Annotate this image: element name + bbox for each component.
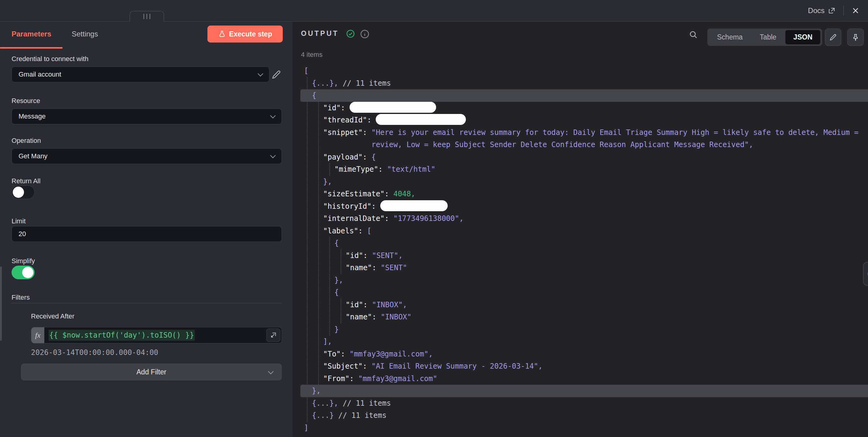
json-row[interactable]: "internalDate": "1773496138000", xyxy=(304,212,868,225)
grip-icon xyxy=(143,14,144,19)
json-token: ], xyxy=(323,337,332,346)
docs-link[interactable]: Docs xyxy=(808,6,836,15)
limit-label: Limit xyxy=(11,217,26,225)
json-row[interactable]: ], xyxy=(304,336,868,348)
json-row[interactable]: [ xyxy=(304,65,868,77)
json-token: { xyxy=(334,288,339,297)
json-token: "mmfay3@gmail.com", xyxy=(349,350,433,358)
json-token: "sizeEstimate": xyxy=(323,190,393,198)
active-tab-underline xyxy=(0,47,63,49)
json-token: "threadId": xyxy=(323,116,376,124)
edit-credential-icon[interactable] xyxy=(271,69,282,80)
json-row[interactable]: }, xyxy=(304,385,868,397)
json-token: "name": xyxy=(346,313,381,321)
json-row[interactable]: "sizeEstimate": 4048, xyxy=(304,188,868,200)
json-row[interactable]: "historyId": xyxy=(304,200,868,213)
close-button[interactable] xyxy=(851,7,860,14)
json-token: {...} xyxy=(312,411,334,420)
json-row[interactable]: "payload": { xyxy=(304,151,868,164)
json-token: {...}, xyxy=(312,399,338,408)
json-row[interactable]: { xyxy=(304,286,868,299)
json-row[interactable]: "labels": [ xyxy=(304,225,868,237)
json-token: 4048 xyxy=(393,190,411,198)
output-panel: OUTPUT SchemaTableJSON 4 items [{...}, /… xyxy=(293,22,868,437)
view-tab-schema[interactable]: Schema xyxy=(709,30,750,45)
scrollbar-thumb[interactable] xyxy=(0,266,2,341)
filters-label: Filters xyxy=(11,294,30,301)
json-token: // 11 items xyxy=(334,411,386,420)
json-row[interactable]: {...}, // 11 items xyxy=(304,77,868,90)
json-token: } xyxy=(334,325,339,334)
execute-step-button[interactable]: Execute step xyxy=(208,26,283,42)
credential-label: Credential to connect with xyxy=(11,55,88,63)
json-token: "INBOX" xyxy=(381,313,411,321)
json-row[interactable]: "mimeType": "text/html" xyxy=(304,163,868,176)
tab-parameters[interactable]: Parameters xyxy=(11,30,51,38)
json-row[interactable]: "id": xyxy=(304,102,868,114)
json-token: "mimeType": xyxy=(334,165,387,174)
chevron-down-icon xyxy=(257,71,263,76)
credential-value: Gmail account xyxy=(19,70,61,79)
json-row[interactable]: }, xyxy=(304,274,868,287)
settings-tabs: Execute step ParametersSettings xyxy=(0,22,293,49)
expression-text: {{ $now.startOf('day').toISO() }} xyxy=(44,327,195,343)
chevron-down-icon xyxy=(268,369,273,374)
json-row[interactable]: "id": "SENT", xyxy=(304,250,868,262)
info-icon[interactable] xyxy=(360,29,369,38)
json-token: [ xyxy=(304,66,308,75)
toggle-knob xyxy=(22,267,33,278)
pin-icon xyxy=(851,33,860,41)
json-row[interactable]: } xyxy=(304,323,868,336)
json-row[interactable]: "threadId": xyxy=(304,114,868,126)
json-row[interactable]: review, Low = keep Subject Sender Delete… xyxy=(304,139,868,151)
json-row[interactable]: {...} // 11 items xyxy=(304,409,868,422)
json-token: {...}, xyxy=(312,79,338,88)
json-row[interactable]: { xyxy=(304,89,868,102)
json-row[interactable]: "From": "mmfay3@gmail.com" xyxy=(304,373,868,385)
top-bar: Docs xyxy=(0,0,868,21)
add-filter-button[interactable]: Add Filter xyxy=(21,363,282,380)
json-row[interactable]: "id": "INBOX", xyxy=(304,299,868,311)
tab-settings[interactable]: Settings xyxy=(72,30,98,38)
resource-select[interactable]: Message xyxy=(11,109,282,124)
credential-select[interactable]: Gmail account xyxy=(11,66,269,82)
json-token: "mmfay3@gmail.com" xyxy=(359,374,437,383)
operation-value: Get Many xyxy=(19,152,48,160)
json-row[interactable]: "name": "INBOX" xyxy=(304,311,868,323)
resource-value: Message xyxy=(19,112,45,120)
json-token: "Here is your email review summary for t… xyxy=(371,128,859,137)
close-icon xyxy=(851,7,860,14)
json-token: "snippet": xyxy=(323,128,371,137)
json-token: { xyxy=(371,153,376,162)
expression-resolved-value: 2026-03-14T00:00:00.000-04:00 xyxy=(31,348,158,357)
received-after-expression-field[interactable]: fx {{ $now.startOf('day').toISO() }} xyxy=(31,327,282,343)
json-row[interactable]: ] xyxy=(304,422,868,434)
json-token: "text/html" xyxy=(387,165,435,174)
json-token: "internalDate": xyxy=(323,214,393,223)
json-row[interactable]: "Subject": "AI Email Review Summary - 20… xyxy=(304,360,868,373)
return-all-label: Return All xyxy=(11,177,40,185)
json-row[interactable]: {...}, // 11 items xyxy=(304,397,868,410)
return-all-toggle[interactable] xyxy=(11,185,35,199)
pin-output-button[interactable] xyxy=(847,29,864,46)
json-row[interactable]: "name": "SENT" xyxy=(304,262,868,274)
panel-drag-handle[interactable] xyxy=(130,11,164,22)
edit-output-button[interactable] xyxy=(825,29,841,46)
open-expression-editor-button[interactable] xyxy=(266,328,280,342)
operation-select[interactable]: Get Many xyxy=(11,148,282,164)
json-row[interactable]: "snippet": "Here is your email review su… xyxy=(304,126,868,139)
chevron-down-icon xyxy=(270,152,276,158)
json-row[interactable]: }, xyxy=(304,176,868,188)
json-token: "id": xyxy=(323,104,349,112)
simplify-toggle[interactable] xyxy=(11,266,35,279)
redacted-value-pill xyxy=(380,200,448,211)
json-row[interactable]: { xyxy=(304,237,868,250)
output-title: OUTPUT xyxy=(301,29,339,38)
view-tab-table[interactable]: Table xyxy=(752,30,784,45)
search-icon[interactable] xyxy=(689,30,698,39)
node-settings-panel: Execute step ParametersSettings Credenti… xyxy=(0,22,293,437)
limit-input[interactable] xyxy=(11,226,282,242)
toggle-knob xyxy=(13,186,24,198)
json-row[interactable]: "To": "mmfay3@gmail.com", xyxy=(304,348,868,360)
view-tab-json[interactable]: JSON xyxy=(785,30,820,45)
